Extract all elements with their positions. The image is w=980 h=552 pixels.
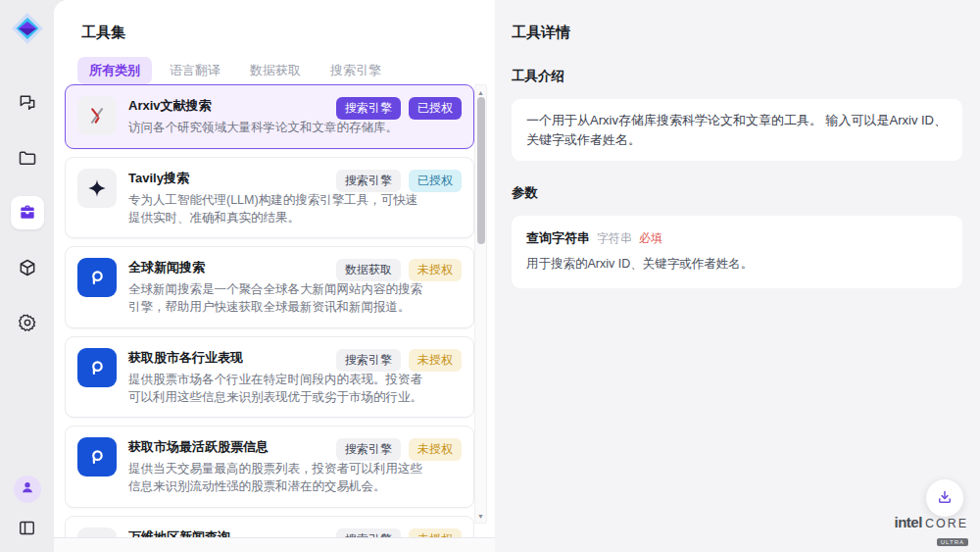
param-name: 查询字符串 <box>526 229 590 247</box>
page-title: 工具集 <box>81 24 125 42</box>
search-app-icon <box>77 258 117 297</box>
user-avatar[interactable] <box>14 476 41 503</box>
search-app-icon <box>77 348 117 387</box>
tab-data-fetch[interactable]: 数据获取 <box>238 57 313 84</box>
tab-translation[interactable]: 语言翻译 <box>158 57 232 84</box>
auth-status-badge: 已授权 <box>409 97 462 120</box>
folder-icon <box>18 148 37 168</box>
sidebar-item-folder[interactable] <box>11 141 44 175</box>
tool-card-list: Arxiv文献搜索 访问各个研究领域大量科学论文和文章的存储库。 搜索引擎 已授… <box>65 84 474 537</box>
intro-box: 一个用于从Arxiv存储库搜索科学论文和文章的工具。 输入可以是Arxiv ID… <box>512 99 962 161</box>
params-heading: 参数 <box>512 184 962 202</box>
category-tabs: 所有类别语言翻译数据获取搜索引擎 <box>77 57 393 84</box>
tool-card[interactable]: Tavily搜索 专为人工智能代理(LLM)构建的搜索引擎工具，可快速提供实时、… <box>65 157 474 239</box>
download-icon <box>936 488 954 509</box>
arxiv-x-icon <box>77 96 117 135</box>
category-badge: 搜索引擎 <box>336 528 401 537</box>
tool-details-panel: 工具详情 工具介绍 一个用于从Arxiv存储库搜索科学论文和文章的工具。 输入可… <box>495 0 980 552</box>
scrollbar-thumb[interactable] <box>477 97 485 244</box>
intro-heading: 工具介绍 <box>512 68 962 85</box>
download-button[interactable] <box>926 479 963 517</box>
auth-status-badge: 已授权 <box>409 170 462 192</box>
category-badge: 数据获取 <box>336 259 401 281</box>
param-required-badge: 必填 <box>639 230 662 247</box>
sidebar-item-models[interactable] <box>11 251 44 284</box>
brand-core-text: CORE <box>925 517 968 530</box>
tool-description: 全球新闻搜索是一个聚合全球各大新闻网站内容的搜索引擎，帮助用户快速获取全球最新资… <box>128 281 422 317</box>
chat-icon <box>18 93 37 113</box>
tool-card[interactable]: 全球新闻搜索 全球新闻搜索是一个聚合全球各大新闻网站内容的搜索引擎，帮助用户快速… <box>65 246 474 328</box>
intel-core-logo: intel CORE ULTRA <box>895 514 968 548</box>
tab-search-engine[interactable]: 搜索引擎 <box>318 57 393 84</box>
parameter-card: 查询字符串 字符串 必填 用于搜索的Arxiv ID、关键字或作者姓名。 <box>512 216 962 288</box>
category-badge: 搜索引擎 <box>336 349 401 372</box>
brand-ultra-badge: ULTRA <box>937 538 968 546</box>
app-logo <box>9 10 46 47</box>
param-type: 字符串 <box>597 230 632 247</box>
tool-description: 提供当天交易量最高的股票列表，投资者可以利用这些信息来识别流动性强的股票和潜在的… <box>128 461 422 496</box>
panel-icon <box>18 519 36 537</box>
sparkle-icon <box>77 169 117 208</box>
user-icon <box>20 479 35 499</box>
tool-card[interactable]: 获取股市各行业表现 提供股票市场各个行业在特定时间段内的表现。投资者可以利用这些… <box>65 336 474 419</box>
category-badge: 搜索引擎 <box>336 170 401 192</box>
gear-icon <box>18 313 37 332</box>
sidebar-item-settings[interactable] <box>11 306 44 339</box>
auth-status-badge: 未授权 <box>409 528 462 537</box>
tool-card[interactable]: 万维地区新闻查询 查询具体行政区划内的新闻，快速了解各地新闻动态。 搜索引擎 未… <box>65 516 474 537</box>
newspaper-icon <box>77 527 117 537</box>
auth-status-badge: 未授权 <box>409 349 462 372</box>
toolbox-icon <box>18 203 37 223</box>
sidebar-item-toolbox[interactable] <box>11 196 44 229</box>
scrollbar-down-arrow[interactable]: ▼ <box>475 510 486 522</box>
tool-card[interactable]: 获取市场最活跃股票信息 提供当天交易量最高的股票列表，投资者可以利用这些信息来识… <box>65 426 474 508</box>
tool-description: 提供股票市场各个行业在特定时间段内的表现。投资者可以利用这些信息来识别表现优于或… <box>128 372 422 407</box>
sidebar-item-chat[interactable] <box>11 86 44 120</box>
tool-card[interactable]: Arxiv文献搜索 访问各个研究领域大量科学论文和文章的存储库。 搜索引擎 已授… <box>65 84 474 149</box>
param-description: 用于搜索的Arxiv ID、关键字或作者姓名。 <box>526 256 948 273</box>
intro-text: 一个用于从Arxiv存储库搜索科学论文和文章的工具。 输入可以是Arxiv ID… <box>526 113 947 147</box>
category-badge: 搜索引擎 <box>336 97 401 120</box>
category-badge: 搜索引擎 <box>336 438 401 461</box>
cube-icon <box>18 258 37 277</box>
tools-panel: 工具集 所有类别语言翻译数据获取搜索引擎 Arxiv文献搜索 访问各个研究领域大… <box>54 0 495 537</box>
tab-all-categories[interactable]: 所有类别 <box>77 57 152 84</box>
list-scrollbar[interactable]: ▲ ▼ <box>474 84 487 524</box>
search-app-icon <box>77 437 117 477</box>
auth-status-badge: 未授权 <box>409 259 462 281</box>
brand-intel-text: intel <box>895 514 922 530</box>
details-title: 工具详情 <box>512 24 962 42</box>
tool-description: 访问各个研究领域大量科学论文和文章的存储库。 <box>128 120 422 137</box>
sidebar-collapse-button[interactable] <box>15 515 40 540</box>
tool-description: 专为人工智能代理(LLM)构建的搜索引擎工具，可快速提供实时、准确和真实的结果。 <box>128 192 422 227</box>
sidebar-rail <box>0 0 54 552</box>
auth-status-badge: 未授权 <box>409 438 462 461</box>
